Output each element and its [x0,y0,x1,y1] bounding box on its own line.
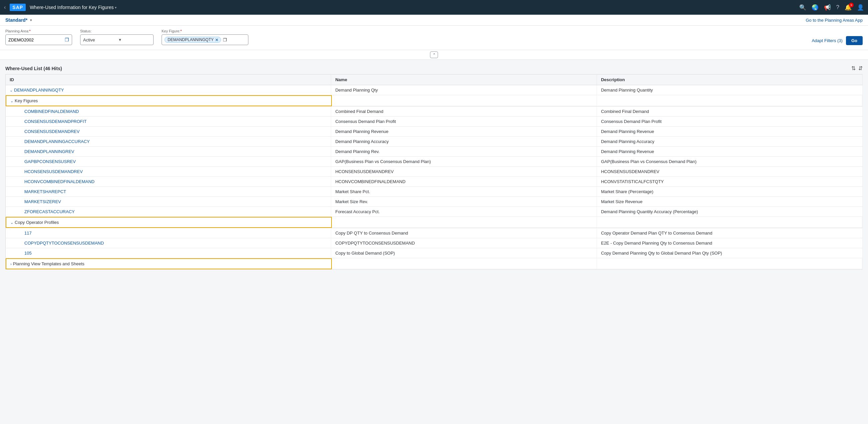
table-header-row: ID Name Description [6,75,863,85]
group-label: Key Figures [15,98,38,103]
row-name: Demand Planning Qty [331,85,597,95]
key-figure-field: Key Figure:* DEMANDPLANNINGQTY ✕ ❐ [162,29,248,45]
row-id-link[interactable]: 117 [24,230,32,235]
collapse-button[interactable]: ⌃ [430,52,438,58]
back-button[interactable]: ‹ [4,4,6,10]
table-row: HCONSENSUSDEMANDREVHCONSENSUSDEMANDREVHC… [6,167,863,177]
row-id-link[interactable]: HCONVCOMBINEDFINALDEMAND [24,179,94,184]
key-figure-input-container[interactable]: DEMANDPLANNINGQTY ✕ ❐ [162,34,248,45]
row-description: Demand Planning Revenue [597,126,863,137]
globe-icon[interactable]: 🌏 [812,4,818,11]
group-expand-icon[interactable]: ⌄ [10,99,13,103]
status-label: Status: [80,29,154,33]
collapse-bar: ⌃ [0,50,868,60]
table-row: ZFORECASTACCURACYForecast Accuracy Pct.D… [6,207,863,217]
row-id-link[interactable]: MARKETSIZEREV [24,199,61,204]
row-description: Demand Planning Quantity [597,85,863,95]
row-id-link[interactable]: COPYDPQTYTOCONSENSUSDEMAND [24,241,104,246]
planning-area-input-container[interactable]: ❐ [5,34,72,45]
row-id-link[interactable]: MARKETSHAREPCT [24,189,66,194]
table-row: 105Copy to Global Demand (SOP)Copy Deman… [6,248,863,258]
group-label: Planning View Templates and Sheets [13,261,85,266]
adapt-filters-link[interactable]: Adapt Filters (3) [812,38,842,43]
group-label: Copy Operator Profiles [15,220,59,225]
view-dropdown-arrow[interactable]: ▾ [30,18,32,22]
key-figure-tag-remove[interactable]: ✕ [215,38,219,42]
table-row: DEMANDPLANNINGACCURACYDemand Planning Ac… [6,137,863,147]
col-header-description: Description [597,75,863,85]
data-table: ID Name Description ⌄DEMANDPLANNINGQTYDe… [5,74,863,270]
row-description: Demand Planning Accuracy [597,137,863,147]
nav-icons: 🔍 🌏 📢 ? 🔔 9 👤 [799,4,864,11]
page-title-nav: Where-Used Information for Key Figures ▾ [30,5,117,10]
group-expand-icon[interactable]: › [10,262,12,266]
col-header-name: Name [331,75,597,85]
row-name: Copy to Global Demand (SOP) [331,248,597,258]
row-id-link[interactable]: CONSENSUSDEMANDREV [24,129,80,134]
expand-icon[interactable]: ⌄ [10,88,13,92]
key-figure-tag-label: DEMANDPLANNINGQTY [167,37,214,42]
row-id-link[interactable]: HCONSENSUSDEMANDREV [24,169,83,174]
row-id-link[interactable]: DEMANDPLANNINGACCURACY [24,139,90,144]
row-id-link[interactable]: 105 [24,251,32,256]
key-figure-tag: DEMANDPLANNINGQTY ✕ [164,37,221,43]
list-title: Where-Used List (46 Hits) [5,66,62,71]
row-name: Copy DP QTY to Consensus Demand [331,228,597,238]
megaphone-icon[interactable]: 📢 [824,4,831,11]
filter-settings-icon[interactable]: ⇵ [858,65,863,72]
group-header-row: ⌄Key Figures [6,95,863,107]
planning-area-input[interactable] [8,37,62,43]
row-description: Combined Final Demand [597,107,863,117]
row-description: HCONSENSUSDEMANDREV [597,167,863,177]
row-description: Consensus Demand Plan Profit [597,117,863,126]
table-row: CONSENSUSDEMANDREVDemand Planning Revenu… [6,126,863,137]
group-expand-icon[interactable]: ⌄ [10,221,13,225]
table-row: ⌄DEMANDPLANNINGQTYDemand Planning QtyDem… [6,85,863,95]
status-value: Active [83,37,116,43]
list-actions: ⇅ ⇵ [851,65,863,72]
filter-actions: Adapt Filters (3) Go [812,36,863,45]
planning-area-expand-icon[interactable]: ❐ [65,37,69,43]
row-name: HCONSENSUSDEMANDREV [331,167,597,177]
status-field: Status: Active ▼ [80,29,154,45]
row-id-link[interactable]: GAPBPCONSENSUSREV [24,159,76,164]
planning-area-label: Planning Area:* [5,29,72,33]
row-id-link[interactable]: DEMANDPLANNINGREV [24,149,74,154]
row-name: Combined Final Demand [331,107,597,117]
row-description: Market Share (Percentage) [597,187,863,197]
search-icon[interactable]: 🔍 [799,4,806,11]
table-row: MARKETSHAREPCTMarket Share Pct.Market Sh… [6,187,863,197]
go-button[interactable]: Go [846,36,863,45]
nav-title-text: Where-Used Information for Key Figures [30,5,114,10]
row-name: Market Share Pct. [331,187,597,197]
title-dropdown-arrow[interactable]: ▾ [115,6,117,9]
row-name: HCONVCOMBINEDFINALDEMAND [331,177,597,187]
user-icon[interactable]: 👤 [857,4,864,11]
row-name: Consensus Demand Plan Profit [331,117,597,126]
row-id-link[interactable]: ZFORECASTACCURACY [24,209,75,214]
view-label[interactable]: Standard* [5,18,27,23]
row-description: HCONVSTATISTICALFCSTQTY [597,177,863,187]
status-dropdown-icon: ▼ [118,38,151,42]
group-header-row: ›Planning View Templates and Sheets [6,258,863,270]
go-to-planning-areas-link[interactable]: Go to the Planning Areas App [806,18,863,23]
toolbar: Standard* ▾ Go to the Planning Areas App [0,15,868,26]
table-row: COPYDPQTYTOCONSENSUSDEMANDCOPYDPQTYTOCON… [6,238,863,248]
notification-badge: 9 [849,3,854,7]
status-select[interactable]: Active ▼ [80,34,154,45]
notification-icon[interactable]: 🔔 9 [845,4,851,11]
row-id-link[interactable]: CONSENSUSDEMANDPROFIT [24,119,87,124]
group-header-row: ⌄Copy Operator Profiles [6,217,863,228]
table-row: DEMANDPLANNINGREVDemand Planning Rev.Dem… [6,147,863,157]
row-description: E2E - Copy Demand Planning Qty to Consen… [597,238,863,248]
row-description: Copy Operator Demand Plan QTY to Consens… [597,228,863,238]
planning-area-field: Planning Area:* ❐ [5,29,72,45]
table-row: COMBINEDFINALDEMANDCombined Final Demand… [6,107,863,117]
key-figure-expand-icon[interactable]: ❐ [223,37,227,43]
row-id-link[interactable]: DEMANDPLANNINGQTY [14,88,64,92]
filter-bar: Planning Area:* ❐ Status: Active ▼ Key F… [0,26,868,50]
help-icon[interactable]: ? [836,4,839,11]
table-row: HCONVCOMBINEDFINALDEMANDHCONVCOMBINEDFIN… [6,177,863,187]
sort-icon[interactable]: ⇅ [851,65,856,72]
row-id-link[interactable]: COMBINEDFINALDEMAND [24,109,79,114]
